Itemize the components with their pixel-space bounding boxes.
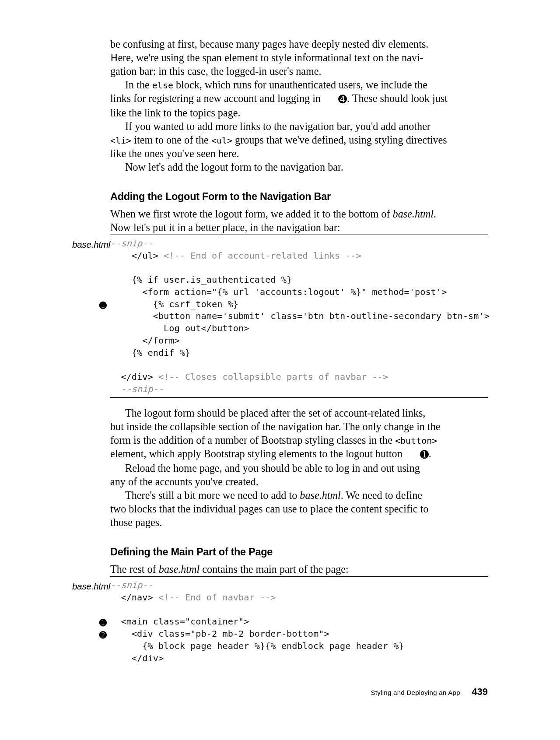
callout-1-icon: ➊ bbox=[94, 300, 112, 312]
page-number: 439 bbox=[472, 686, 488, 697]
paragraph: be confusing at first, because many page… bbox=[110, 38, 488, 78]
callout-1-icon: ➊ bbox=[405, 448, 429, 462]
paragraph: In the else block, which runs for unauth… bbox=[110, 78, 488, 120]
paragraph: When we first wrote the logout form, we … bbox=[110, 207, 488, 235]
paragraph: Now let's add the logout form to the nav… bbox=[110, 161, 488, 174]
code-filename-label: base.html bbox=[72, 581, 110, 592]
paragraph: If you wanted to add more links to the n… bbox=[110, 120, 488, 161]
callout-4-icon: ➍ bbox=[323, 93, 347, 106]
section-heading: Adding the Logout Form to the Navigation… bbox=[110, 190, 488, 203]
code-block: --snip-- </ul> <!-- End of account-relat… bbox=[110, 238, 488, 396]
body-text: be confusing at first, because many page… bbox=[72, 38, 488, 174]
paragraph: The logout form should be placed after t… bbox=[110, 407, 488, 462]
code-listing: --snip-- </nav> <!-- End of navbar --> <… bbox=[110, 576, 488, 666]
callout-2-icon: ➋ bbox=[94, 630, 112, 641]
body-text: The logout form should be placed after t… bbox=[72, 407, 488, 530]
code-block: --snip-- </nav> <!-- End of navbar --> <… bbox=[110, 579, 488, 665]
footer-chapter-title: Styling and Deploying an App bbox=[371, 689, 460, 696]
page-footer: Styling and Deploying an App 439 bbox=[371, 686, 488, 698]
paragraph: Reload the home page, and you should be … bbox=[110, 462, 488, 489]
code-filename-label: base.html bbox=[72, 239, 110, 250]
body-text: The rest of base.html contains the main … bbox=[72, 563, 488, 576]
callout-1-icon: ➊ bbox=[94, 617, 112, 629]
paragraph: There's still a bit more we need to add … bbox=[110, 489, 488, 530]
body-text: When we first wrote the logout form, we … bbox=[72, 207, 488, 235]
section-heading: Defining the Main Part of the Page bbox=[110, 545, 488, 558]
paragraph: The rest of base.html contains the main … bbox=[110, 563, 488, 576]
code-listing: --snip-- </ul> <!-- End of account-relat… bbox=[110, 235, 488, 398]
